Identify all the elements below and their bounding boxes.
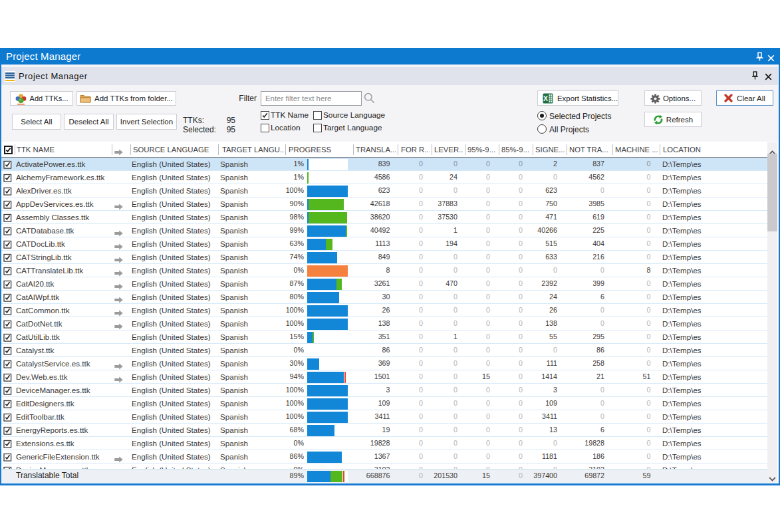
- svg-text:X: X: [543, 94, 548, 102]
